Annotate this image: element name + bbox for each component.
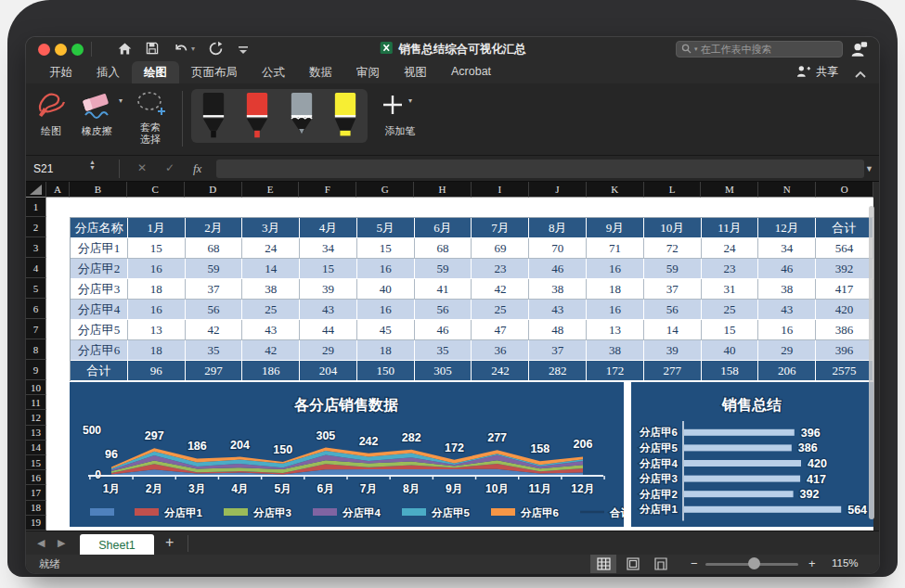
table-cell[interactable]: 38 — [242, 279, 300, 300]
table-cell[interactable]: 35 — [415, 340, 472, 361]
minimize-window-button[interactable] — [55, 44, 67, 56]
table-cell[interactable]: 47 — [472, 320, 529, 340]
table-cell[interactable]: 14 — [242, 259, 300, 279]
table-total-cell[interactable]: 2575 — [816, 361, 873, 381]
table-cell[interactable]: 417 — [816, 279, 873, 300]
table-cell[interactable]: 59 — [644, 259, 702, 279]
table-cell[interactable]: 56 — [644, 300, 702, 320]
ribbon-tab-插入[interactable]: 插入 — [84, 61, 132, 83]
eraser-dropdown-icon[interactable]: ▾ — [119, 96, 123, 105]
row-header-12[interactable]: 12 — [26, 410, 46, 425]
table-cell[interactable]: 59 — [186, 259, 243, 279]
table-cell[interactable]: 25 — [472, 300, 529, 320]
row-header-6[interactable]: 6 — [26, 299, 46, 319]
table-header-cell[interactable]: 2月 — [186, 218, 243, 238]
table-cell[interactable]: 44 — [300, 320, 357, 340]
table-cell[interactable]: 56 — [415, 300, 472, 320]
zoom-in-button[interactable]: + — [808, 556, 816, 570]
table-total-cell[interactable]: 158 — [702, 361, 759, 381]
table-cell[interactable]: 38 — [587, 340, 644, 361]
row-header-13[interactable]: 13 — [26, 426, 46, 441]
search-box[interactable]: ▾ — [676, 41, 843, 58]
table-cell[interactable]: 16 — [128, 300, 186, 320]
table-cell[interactable]: 分店甲1 — [71, 238, 128, 259]
column-header-M[interactable]: M — [701, 182, 758, 198]
cancel-entry-icon[interactable]: ✕ — [137, 161, 147, 174]
add-sheet-button[interactable]: + — [165, 534, 174, 551]
table-cell[interactable]: 392 — [816, 259, 873, 279]
table-cell[interactable]: 15 — [357, 238, 415, 259]
table-cell[interactable]: 43 — [758, 300, 816, 320]
ribbon-tab-页面布局[interactable]: 页面布局 — [179, 61, 250, 83]
table-cell[interactable]: 59 — [415, 259, 472, 279]
cell-area[interactable]: 分店名称1月2月3月4月5月6月7月8月9月10月11月12月合计分店甲1156… — [46, 198, 873, 530]
table-cell[interactable]: 36 — [472, 340, 529, 361]
table-total-cell[interactable]: 297 — [186, 361, 243, 381]
black-marker[interactable] — [196, 93, 231, 145]
normal-view-button[interactable] — [590, 555, 616, 573]
table-cell[interactable]: 45 — [357, 320, 415, 340]
table-header-cell[interactable]: 分店名称 — [71, 218, 128, 238]
table-cell[interactable]: 38 — [758, 279, 816, 300]
red-marker[interactable] — [239, 93, 275, 145]
next-sheet-icon[interactable]: ▶ — [58, 537, 65, 549]
column-header-C[interactable]: C — [127, 182, 185, 198]
table-cell[interactable]: 396 — [816, 340, 873, 361]
row-header-10[interactable]: 10 — [26, 380, 46, 395]
table-cell[interactable]: 25 — [242, 300, 300, 320]
table-cell[interactable]: 13 — [587, 320, 644, 340]
column-header-G[interactable]: G — [356, 182, 414, 198]
table-cell[interactable]: 43 — [300, 300, 357, 320]
table-cell[interactable]: 37 — [186, 279, 243, 300]
collapse-ribbon-icon[interactable] — [855, 66, 866, 83]
yellow-highlighter[interactable] — [328, 93, 363, 145]
table-total-cell[interactable]: 277 — [644, 361, 702, 381]
row-header-18[interactable]: 18 — [26, 501, 46, 516]
table-cell[interactable]: 34 — [300, 238, 357, 259]
lasso-select-icon[interactable] — [134, 89, 169, 124]
column-header-O[interactable]: O — [816, 182, 873, 198]
draw-tool-icon[interactable] — [35, 89, 67, 122]
table-cell[interactable]: 42 — [472, 279, 529, 300]
table-cell[interactable]: 35 — [186, 340, 243, 361]
vertical-scrollbar[interactable] — [869, 206, 874, 519]
row-header-5[interactable]: 5 — [26, 278, 46, 299]
column-header-A[interactable]: A — [46, 182, 70, 198]
sales-table[interactable]: 分店名称1月2月3月4月5月6月7月8月9月10月11月12月合计分店甲1156… — [70, 217, 873, 381]
ribbon-tab-视图[interactable]: 视图 — [392, 61, 439, 83]
row-header-7[interactable]: 7 — [26, 319, 46, 339]
table-total-cell[interactable]: 96 — [128, 361, 186, 381]
table-cell[interactable]: 37 — [529, 340, 587, 361]
table-header-cell[interactable]: 12月 — [758, 218, 816, 238]
row-header-11[interactable]: 11 — [26, 395, 46, 410]
undo-icon[interactable] — [173, 41, 189, 59]
table-cell[interactable]: 46 — [758, 259, 816, 279]
table-cell[interactable]: 18 — [587, 279, 644, 300]
column-header-L[interactable]: L — [644, 182, 702, 198]
zoom-level[interactable]: 115% — [832, 557, 859, 569]
table-cell[interactable]: 34 — [758, 238, 816, 259]
table-cell[interactable]: 68 — [415, 238, 472, 259]
bar-chart-panel[interactable]: 销售总结分店甲6396分店甲5386分店甲4420分店甲3417分店甲2392分… — [631, 382, 873, 527]
column-header-K[interactable]: K — [587, 182, 644, 198]
table-cell[interactable]: 分店甲6 — [71, 340, 128, 361]
table-cell[interactable]: 29 — [758, 340, 816, 361]
table-cell[interactable]: 分店甲2 — [71, 259, 128, 279]
select-all-corner[interactable] — [26, 182, 46, 198]
table-header-cell[interactable]: 8月 — [529, 218, 587, 238]
table-cell[interactable]: 24 — [702, 238, 759, 259]
table-cell[interactable]: 39 — [300, 279, 357, 300]
table-cell[interactable]: 15 — [702, 320, 759, 340]
column-header-J[interactable]: J — [529, 182, 587, 198]
column-header-F[interactable]: F — [299, 182, 356, 198]
table-cell[interactable]: 分店甲5 — [71, 320, 128, 340]
table-header-cell[interactable]: 11月 — [702, 218, 759, 238]
table-cell[interactable]: 16 — [758, 320, 816, 340]
home-icon[interactable] — [117, 41, 133, 60]
table-total-cell[interactable]: 282 — [529, 361, 587, 381]
table-cell[interactable]: 46 — [415, 320, 472, 340]
table-cell[interactable]: 24 — [242, 238, 300, 259]
table-cell[interactable]: 16 — [128, 259, 186, 279]
table-cell[interactable]: 15 — [128, 238, 186, 259]
row-header-19[interactable]: 19 — [26, 516, 46, 530]
